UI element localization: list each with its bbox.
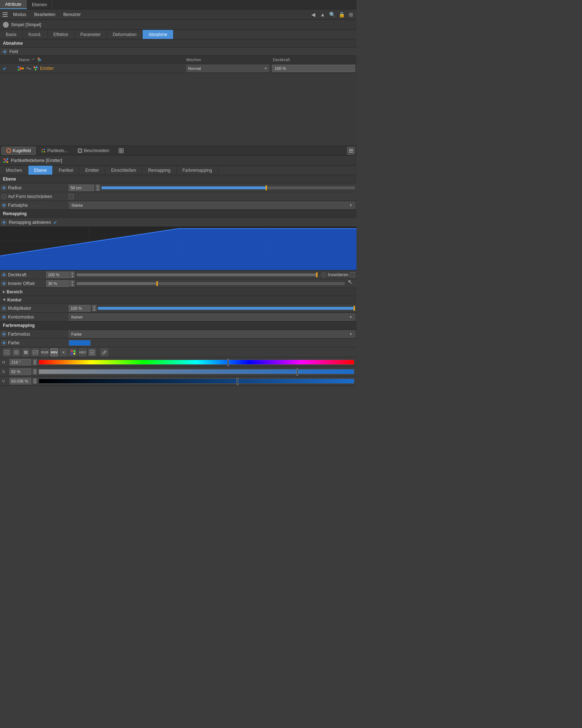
deckkraft-value-input[interactable]: 100 %	[46, 272, 69, 278]
multiplikator-stepper[interactable]: ▲ ▼	[92, 305, 96, 311]
radius-slider[interactable]	[101, 186, 355, 189]
konturmodus-select[interactable]: Keiner ▼	[69, 313, 355, 321]
color-tool-grid[interactable]	[69, 348, 77, 356]
multiplikator-down[interactable]: ▼	[92, 308, 96, 311]
invertieren-checkbox[interactable]	[350, 272, 355, 277]
menu-benutzer[interactable]: Benutzer	[60, 11, 84, 18]
tab-effektor[interactable]: Effektor	[48, 30, 75, 39]
search-icon[interactable]: 🔍	[328, 11, 336, 19]
value-down[interactable]: ▼	[33, 381, 37, 384]
radius-input[interactable]: 50 cm	[69, 185, 94, 191]
hue-down[interactable]: ▼	[33, 362, 37, 365]
hue-input[interactable]: 216 °	[9, 359, 31, 365]
radius-stepper[interactable]: ▲ ▼	[96, 185, 100, 191]
tab-einschliessen[interactable]: Einschließen	[105, 166, 142, 175]
color-tool-photo[interactable]	[3, 348, 11, 356]
tab-mischen[interactable]: Mischen	[0, 166, 28, 175]
tab-partikel[interactable]: Partikel	[53, 166, 79, 175]
tab-deformation[interactable]: Deformation	[107, 30, 143, 39]
tab-farbremapping[interactable]: Farbremapping	[177, 166, 218, 175]
remapping-radio[interactable]	[1, 220, 7, 225]
tab-ebene[interactable]: Ebene	[28, 166, 53, 175]
kontur-header[interactable]: Kontur	[0, 296, 356, 304]
farbmodus-radio[interactable]	[1, 332, 7, 337]
innerer-offset-stepper[interactable]: ▲ ▼	[70, 280, 75, 286]
multiplikator-input[interactable]: 100 %	[69, 305, 91, 312]
color-swatch[interactable]	[69, 340, 91, 346]
deckkraft-input[interactable]: 100 %	[272, 65, 355, 72]
lock-icon[interactable]: 🔒	[338, 11, 346, 19]
auf-form-checkbox[interactable]	[69, 194, 74, 199]
curve-canvas[interactable]	[0, 227, 356, 270]
saturation-input[interactable]: 82 %	[9, 368, 31, 375]
sub-tab-partikelo[interactable]: Partikelo...	[36, 147, 72, 155]
hue-up[interactable]: ▲	[33, 359, 37, 362]
multiplikator-radio[interactable]	[1, 306, 7, 311]
radius-up[interactable]: ▲	[96, 185, 100, 187]
farbalpha-radio[interactable]	[1, 203, 7, 208]
back-icon[interactable]: ◀	[309, 11, 317, 19]
color-tool-square[interactable]	[22, 348, 30, 356]
saturation-down[interactable]: ▼	[33, 372, 37, 375]
value-track[interactable]	[39, 379, 354, 384]
farbe-radio[interactable]	[1, 340, 7, 345]
tab-koord[interactable]: Koord.	[23, 30, 47, 39]
tab-abnahme[interactable]: Abnahme	[143, 30, 173, 39]
deckkraft-down[interactable]: ▼	[70, 275, 75, 278]
color-tool-wheel[interactable]	[12, 348, 20, 356]
color-tool-image[interactable]	[31, 348, 39, 356]
color-tool-eyedropper[interactable]	[100, 348, 108, 356]
row-deckkraft[interactable]: 100 %	[271, 65, 356, 72]
deckkraft-slider-radio[interactable]	[1, 272, 7, 277]
radius-radio[interactable]	[1, 185, 7, 190]
feld-radio[interactable]	[2, 49, 7, 54]
radius-down[interactable]: ▼	[96, 188, 100, 191]
color-tool-hsv[interactable]: HSV	[50, 348, 58, 356]
hue-track[interactable]	[39, 360, 354, 365]
innerer-offset-input[interactable]: 30 %	[46, 280, 69, 287]
value-stepper[interactable]: ▲ ▼	[33, 378, 37, 384]
tab-attribute[interactable]: Attribute	[0, 0, 27, 9]
value-up[interactable]: ▲	[33, 378, 37, 381]
mischen-select[interactable]: Normal ▼	[186, 65, 269, 72]
color-tool-hex[interactable]: HEX	[79, 348, 87, 356]
saturation-track[interactable]	[39, 369, 354, 374]
invertieren-radio[interactable]	[321, 272, 326, 277]
row-mischen[interactable]: Normal ▼	[185, 65, 271, 72]
deckkraft-stepper[interactable]: ▲ ▼	[70, 272, 75, 278]
sub-tab-beschneiden[interactable]: Beschneiden	[73, 147, 113, 155]
panel-options-button[interactable]	[347, 147, 355, 155]
auf-form-radio[interactable]	[1, 194, 7, 199]
hamburger-icon[interactable]	[1, 11, 9, 18]
color-tool-k[interactable]: K	[60, 348, 68, 356]
farbalpha-select[interactable]: Stärke ▼	[69, 202, 355, 209]
deckkraft-track[interactable]	[77, 273, 318, 276]
saturation-stepper[interactable]: ▲ ▼	[33, 369, 37, 375]
innerer-offset-up[interactable]: ▲	[70, 280, 75, 283]
color-tool-mixer[interactable]	[88, 348, 96, 356]
tab-basis[interactable]: Basis	[0, 30, 23, 39]
color-tool-rgb[interactable]: RGB	[41, 348, 49, 356]
tab-emitter[interactable]: Emitter	[79, 166, 105, 175]
forward-icon[interactable]: ▲	[319, 11, 327, 19]
saturation-up[interactable]: ▲	[33, 369, 37, 372]
sub-tab-extra[interactable]	[114, 147, 128, 155]
innerer-offset-radio[interactable]	[1, 281, 7, 286]
multiplikator-slider[interactable]	[98, 307, 355, 310]
row-checkbox[interactable]	[0, 66, 9, 71]
value-input[interactable]: 63.036 %	[9, 378, 31, 384]
menu-modus[interactable]: Modus	[9, 11, 30, 18]
sub-tab-kugelfeld[interactable]: Kugelfeld	[1, 147, 36, 155]
tab-remapping[interactable]: Remapping	[142, 166, 176, 175]
menu-bearbeiten[interactable]: Bearbeiten	[31, 11, 59, 18]
multiplikator-up[interactable]: ▲	[92, 305, 96, 308]
tab-parameter[interactable]: Parameter	[75, 30, 107, 39]
grid-icon[interactable]: ⊞	[347, 11, 355, 19]
innerer-offset-track[interactable]	[77, 282, 345, 285]
hue-stepper[interactable]: ▲ ▼	[33, 359, 37, 365]
innerer-offset-down[interactable]: ▼	[70, 284, 75, 286]
bereich-header[interactable]: Bereich	[0, 288, 356, 296]
konturmodus-radio[interactable]	[1, 314, 7, 320]
deckkraft-up[interactable]: ▲	[70, 272, 75, 274]
farbmodus-select[interactable]: Farbe ▼	[69, 331, 355, 338]
